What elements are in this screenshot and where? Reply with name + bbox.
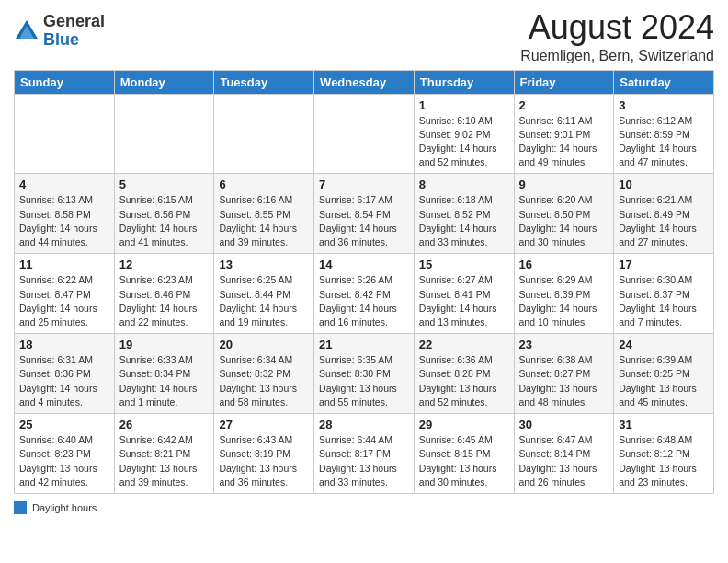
day-number: 16 <box>519 258 609 271</box>
logo-general: General <box>43 13 105 31</box>
logo-icon <box>14 18 40 44</box>
calendar-cell: 31Sunrise: 6:48 AMSunset: 8:12 PMDayligh… <box>614 414 714 494</box>
calendar-week-2: 4Sunrise: 6:13 AMSunset: 8:58 PMDaylight… <box>15 174 714 254</box>
logo-text: General Blue <box>43 13 105 50</box>
day-info: Sunrise: 6:48 AMSunset: 8:12 PMDaylight:… <box>619 433 709 489</box>
day-info: Sunrise: 6:23 AMSunset: 8:46 PMDaylight:… <box>119 273 210 329</box>
calendar-table: SundayMondayTuesdayWednesdayThursdayFrid… <box>14 70 714 494</box>
location-subtitle: Ruemligen, Bern, Switzerland <box>520 48 714 64</box>
calendar-cell: 27Sunrise: 6:43 AMSunset: 8:19 PMDayligh… <box>214 414 314 494</box>
day-number: 19 <box>119 338 210 351</box>
calendar-cell: 16Sunrise: 6:29 AMSunset: 8:39 PMDayligh… <box>514 254 614 334</box>
calendar-cell <box>15 94 115 174</box>
calendar-cell: 5Sunrise: 6:15 AMSunset: 8:56 PMDaylight… <box>114 174 214 254</box>
logo: General Blue <box>14 13 105 50</box>
day-info: Sunrise: 6:31 AMSunset: 8:36 PMDaylight:… <box>19 353 109 409</box>
day-number: 8 <box>419 178 509 191</box>
calendar-cell: 19Sunrise: 6:33 AMSunset: 8:34 PMDayligh… <box>114 334 214 414</box>
day-number: 7 <box>319 178 409 191</box>
calendar-cell: 24Sunrise: 6:39 AMSunset: 8:25 PMDayligh… <box>614 334 714 414</box>
day-info: Sunrise: 6:38 AMSunset: 8:27 PMDaylight:… <box>519 353 609 409</box>
day-number: 13 <box>219 258 309 271</box>
calendar-cell: 6Sunrise: 6:16 AMSunset: 8:55 PMDaylight… <box>214 174 314 254</box>
calendar-cell: 7Sunrise: 6:17 AMSunset: 8:54 PMDaylight… <box>314 174 415 254</box>
legend-color-box <box>14 501 27 514</box>
day-number: 27 <box>219 418 309 431</box>
title-block: August 2024 Ruemligen, Bern, Switzerland <box>520 9 714 64</box>
day-number: 22 <box>419 338 509 351</box>
legend: Daylight hours <box>14 501 714 514</box>
day-number: 2 <box>519 98 609 112</box>
day-number: 21 <box>319 338 409 351</box>
day-number: 17 <box>619 258 709 271</box>
calendar-cell: 10Sunrise: 6:21 AMSunset: 8:49 PMDayligh… <box>614 174 714 254</box>
day-number: 12 <box>119 258 210 271</box>
calendar-cell: 8Sunrise: 6:18 AMSunset: 8:52 PMDaylight… <box>414 174 514 254</box>
day-info: Sunrise: 6:35 AMSunset: 8:30 PMDaylight:… <box>319 353 409 409</box>
day-number: 4 <box>19 178 109 191</box>
calendar-cell: 26Sunrise: 6:42 AMSunset: 8:21 PMDayligh… <box>114 414 214 494</box>
calendar-cell: 15Sunrise: 6:27 AMSunset: 8:41 PMDayligh… <box>414 254 514 334</box>
calendar-cell: 11Sunrise: 6:22 AMSunset: 8:47 PMDayligh… <box>15 254 115 334</box>
day-info: Sunrise: 6:44 AMSunset: 8:17 PMDaylight:… <box>319 433 409 489</box>
day-info: Sunrise: 6:20 AMSunset: 8:50 PMDaylight:… <box>519 193 609 249</box>
header-row: SundayMondayTuesdayWednesdayThursdayFrid… <box>15 70 714 94</box>
day-number: 18 <box>19 338 109 351</box>
day-number: 24 <box>619 338 709 351</box>
day-number: 10 <box>619 178 709 191</box>
day-info: Sunrise: 6:16 AMSunset: 8:55 PMDaylight:… <box>219 193 309 249</box>
day-number: 5 <box>119 178 210 191</box>
calendar-cell: 29Sunrise: 6:45 AMSunset: 8:15 PMDayligh… <box>414 414 514 494</box>
day-info: Sunrise: 6:22 AMSunset: 8:47 PMDaylight:… <box>19 273 109 329</box>
legend-label: Daylight hours <box>32 502 97 513</box>
day-number: 30 <box>519 418 609 431</box>
day-number: 25 <box>19 418 109 431</box>
day-info: Sunrise: 6:40 AMSunset: 8:23 PMDaylight:… <box>19 433 109 489</box>
calendar-week-5: 25Sunrise: 6:40 AMSunset: 8:23 PMDayligh… <box>15 414 714 494</box>
calendar-cell: 22Sunrise: 6:36 AMSunset: 8:28 PMDayligh… <box>414 334 514 414</box>
day-info: Sunrise: 6:12 AMSunset: 8:59 PMDaylight:… <box>619 114 709 170</box>
month-year-title: August 2024 <box>520 9 714 46</box>
calendar-cell: 18Sunrise: 6:31 AMSunset: 8:36 PMDayligh… <box>15 334 115 414</box>
calendar-cell: 23Sunrise: 6:38 AMSunset: 8:27 PMDayligh… <box>514 334 614 414</box>
day-info: Sunrise: 6:36 AMSunset: 8:28 PMDaylight:… <box>419 353 509 409</box>
day-number: 20 <box>219 338 309 351</box>
day-number: 9 <box>519 178 609 191</box>
header-cell-saturday: Saturday <box>614 70 714 94</box>
calendar-week-3: 11Sunrise: 6:22 AMSunset: 8:47 PMDayligh… <box>15 254 714 334</box>
day-info: Sunrise: 6:47 AMSunset: 8:14 PMDaylight:… <box>519 433 609 489</box>
day-info: Sunrise: 6:25 AMSunset: 8:44 PMDaylight:… <box>219 273 309 329</box>
calendar-cell: 3Sunrise: 6:12 AMSunset: 8:59 PMDaylight… <box>614 94 714 174</box>
calendar-cell <box>214 94 314 174</box>
day-info: Sunrise: 6:29 AMSunset: 8:39 PMDaylight:… <box>519 273 609 329</box>
day-info: Sunrise: 6:15 AMSunset: 8:56 PMDaylight:… <box>119 193 210 249</box>
header-cell-monday: Monday <box>114 70 214 94</box>
calendar-week-4: 18Sunrise: 6:31 AMSunset: 8:36 PMDayligh… <box>15 334 714 414</box>
calendar-cell: 21Sunrise: 6:35 AMSunset: 8:30 PMDayligh… <box>314 334 415 414</box>
header-cell-thursday: Thursday <box>414 70 514 94</box>
calendar-cell: 12Sunrise: 6:23 AMSunset: 8:46 PMDayligh… <box>114 254 214 334</box>
logo-blue: Blue <box>43 31 105 50</box>
calendar-cell: 4Sunrise: 6:13 AMSunset: 8:58 PMDaylight… <box>15 174 115 254</box>
day-info: Sunrise: 6:18 AMSunset: 8:52 PMDaylight:… <box>419 193 509 249</box>
day-info: Sunrise: 6:17 AMSunset: 8:54 PMDaylight:… <box>319 193 409 249</box>
calendar-cell: 25Sunrise: 6:40 AMSunset: 8:23 PMDayligh… <box>15 414 115 494</box>
day-number: 14 <box>319 258 409 271</box>
header-cell-tuesday: Tuesday <box>214 70 314 94</box>
day-info: Sunrise: 6:27 AMSunset: 8:41 PMDaylight:… <box>419 273 509 329</box>
day-number: 28 <box>319 418 409 431</box>
day-info: Sunrise: 6:34 AMSunset: 8:32 PMDaylight:… <box>219 353 309 409</box>
calendar-cell: 28Sunrise: 6:44 AMSunset: 8:17 PMDayligh… <box>314 414 415 494</box>
calendar-cell: 1Sunrise: 6:10 AMSunset: 9:02 PMDaylight… <box>414 94 514 174</box>
calendar-cell: 2Sunrise: 6:11 AMSunset: 9:01 PMDaylight… <box>514 94 614 174</box>
day-number: 3 <box>619 98 709 112</box>
calendar-cell: 17Sunrise: 6:30 AMSunset: 8:37 PMDayligh… <box>614 254 714 334</box>
calendar-week-1: 1Sunrise: 6:10 AMSunset: 9:02 PMDaylight… <box>15 94 714 174</box>
day-info: Sunrise: 6:39 AMSunset: 8:25 PMDaylight:… <box>619 353 709 409</box>
calendar-cell <box>114 94 214 174</box>
day-number: 15 <box>419 258 509 271</box>
day-info: Sunrise: 6:21 AMSunset: 8:49 PMDaylight:… <box>619 193 709 249</box>
day-info: Sunrise: 6:43 AMSunset: 8:19 PMDaylight:… <box>219 433 309 489</box>
day-info: Sunrise: 6:13 AMSunset: 8:58 PMDaylight:… <box>19 193 109 249</box>
day-info: Sunrise: 6:11 AMSunset: 9:01 PMDaylight:… <box>519 114 609 170</box>
